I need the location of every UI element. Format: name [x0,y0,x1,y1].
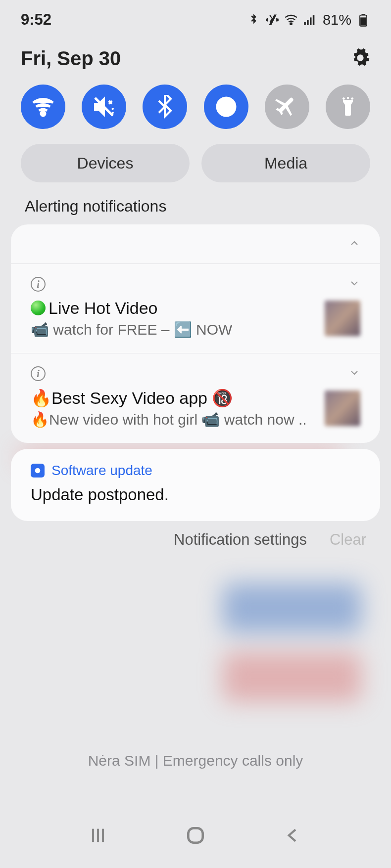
bluetooth-icon [246,13,260,27]
svg-point-8 [41,112,45,116]
software-update-icon [31,464,45,477]
notification-item[interactable]: i 🔥Best Sexy Video app 🔞 🔥New video with… [11,353,380,443]
airplane-icon [275,95,299,119]
chevron-down-icon [348,277,360,291]
footer-actions: Notification settings Clear [0,531,391,559]
info-icon: i [31,277,46,292]
wifi-icon [284,13,298,27]
notification-item[interactable]: i Live Hot Video 📹 watch for FREE – ⬅️ N… [11,264,380,353]
battery-icon [356,13,370,27]
wifi-icon [31,95,55,119]
info-icon: i [31,366,46,381]
svg-rect-7 [362,14,365,15]
chevron-down-icon [348,367,360,381]
notification-subtitle: 📹 watch for FREE – ⬅️ NOW [31,321,315,338]
qs-flashlight-toggle[interactable] [326,85,370,129]
svg-rect-2 [307,20,309,25]
settings-gear-button[interactable] [350,48,370,70]
svg-point-15 [35,468,41,474]
gear-icon [350,48,370,68]
status-icons: 81% [246,12,370,28]
chevron-up-icon [348,237,360,251]
svg-line-14 [351,98,353,99]
qs-sound-toggle[interactable] [82,85,126,129]
qs-wifi-toggle[interactable] [21,85,65,129]
qs-airplane-toggle[interactable] [265,85,309,129]
auto-rotate-icon [214,95,238,119]
notification-thumbnail [325,391,360,426]
bluetooth-icon [153,95,177,119]
svg-line-13 [343,98,344,99]
notification-group-header[interactable] [11,224,380,264]
qs-bluetooth-toggle[interactable] [143,85,187,129]
svg-rect-11 [222,103,230,111]
notification-settings-button[interactable]: Notification settings [174,531,307,549]
date-row: Fri, Sep 30 [0,34,391,80]
svg-rect-4 [313,15,315,25]
qs-rotate-toggle[interactable] [204,85,248,129]
status-time: 9:52 [21,11,51,29]
notification-thumbnail [325,301,360,336]
media-button[interactable]: Media [201,144,370,182]
notification-title: 🔥Best Sexy Video app 🔞 [31,388,315,408]
notification-subtitle: 🔥New video with hot girl 📹 watch now .. [31,411,315,428]
system-notification[interactable]: Software update Update postponed. [11,449,380,521]
system-notif-app: Software update [51,463,152,478]
svg-rect-3 [310,17,312,25]
status-bar: 9:52 81% [0,0,391,34]
date-text: Fri, Sep 30 [21,47,121,70]
mute-vibrate-icon [92,95,116,119]
svg-point-0 [290,23,292,25]
clear-button[interactable]: Clear [330,531,366,549]
svg-rect-6 [360,17,366,25]
svg-rect-1 [304,22,306,25]
vibrate-icon [265,13,279,27]
pill-row: Devices Media [0,144,391,197]
notification-group: i Live Hot Video 📹 watch for FREE – ⬅️ N… [11,224,380,443]
system-notif-title: Update postponed. [31,485,360,504]
quick-settings-row [0,80,391,144]
devices-button[interactable]: Devices [21,144,190,182]
notification-title: Live Hot Video [31,299,315,318]
flashlight-icon [336,95,360,119]
signal-icon [303,13,317,27]
alerting-section-label: Alerting notifications [0,197,391,224]
battery-text: 81% [323,12,351,28]
